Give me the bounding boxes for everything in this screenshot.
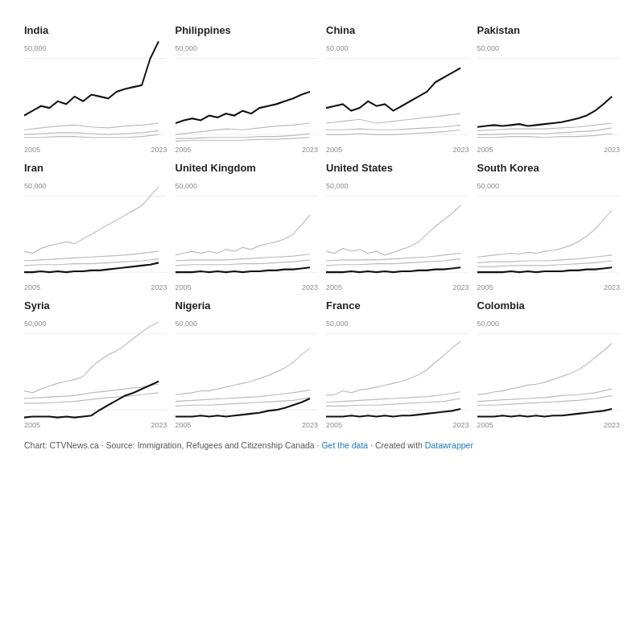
line-gray2-india — [24, 130, 159, 134]
chart-title-united-kingdom: United Kingdom — [175, 162, 319, 174]
x-axis-syria: 20052023 — [24, 421, 167, 429]
footer-middle: · Created with — [368, 440, 425, 450]
line-gray1-iran — [24, 187, 159, 254]
line-gray3-syria — [24, 393, 159, 403]
line-gray3-china — [326, 130, 460, 134]
chart-france: France50,00020052023 — [326, 299, 469, 429]
x-end-india: 2023 — [151, 146, 167, 154]
chart-united-kingdom: United Kingdom50,00020052023 — [175, 162, 319, 291]
x-axis-south-korea: 20052023 — [477, 283, 621, 291]
x-axis-china: 20052023 — [326, 146, 469, 154]
line-gray1-india — [24, 123, 159, 130]
chart-syria: Syria50,00020052023 — [24, 299, 167, 429]
x-end-china: 2023 — [452, 146, 469, 154]
x-axis-philippines: 20052023 — [175, 146, 319, 154]
x-start-united-states: 2005 — [326, 283, 342, 291]
x-end-pakistan: 2023 — [604, 146, 620, 154]
x-axis-iran: 20052023 — [24, 283, 167, 291]
chart-colombia: Colombia50,00020052023 — [477, 299, 621, 429]
line-highlight-philippines — [175, 92, 310, 123]
chart-title-iran: Iran — [24, 162, 167, 174]
chart-title-colombia: Colombia — [477, 299, 621, 312]
chart-area-india — [24, 39, 167, 144]
x-end-philippines: 2023 — [302, 146, 318, 154]
line-gray1-china — [326, 114, 460, 123]
line-gray2-iran — [24, 251, 159, 261]
line-gray1-colombia — [477, 343, 612, 394]
line-gray1-philippines — [175, 123, 310, 134]
x-axis-pakistan: 20052023 — [477, 146, 621, 154]
x-end-south-korea: 2023 — [604, 283, 620, 291]
chart-area-south-korea — [477, 177, 621, 282]
x-start-india: 2005 — [24, 146, 40, 154]
chart-area-philippines — [175, 39, 319, 144]
x-start-syria: 2005 — [24, 421, 40, 429]
x-start-colombia: 2005 — [477, 421, 493, 429]
line-gray2-colombia — [477, 389, 612, 401]
x-axis-france: 20052023 — [326, 421, 469, 429]
get-data-link[interactable]: Get the data — [321, 440, 368, 450]
x-axis-india: 20052023 — [24, 146, 167, 154]
line-highlight-india — [24, 41, 159, 115]
chart-philippines: Philippines50,00020052023 — [175, 24, 319, 154]
chart-area-china — [326, 39, 469, 144]
x-end-united-states: 2023 — [452, 283, 469, 291]
line-gray3-india — [24, 134, 159, 138]
line-highlight-united-kingdom — [175, 267, 310, 272]
chart-title-france: France — [326, 299, 469, 312]
line-gray3-france — [326, 398, 460, 406]
x-start-france: 2005 — [326, 421, 342, 429]
x-start-philippines: 2005 — [175, 146, 192, 154]
x-axis-nigeria: 20052023 — [175, 421, 319, 429]
chart-iran: Iran50,00020052023 — [24, 162, 167, 291]
chart-title-india: India — [24, 24, 167, 36]
chart-area-nigeria — [175, 315, 319, 419]
line-gray3-nigeria — [175, 398, 310, 407]
chart-title-united-states: United States — [326, 162, 469, 174]
line-gray1-united-kingdom — [175, 215, 310, 255]
line-gray2-united-states — [326, 254, 460, 261]
chart-nigeria: Nigeria50,00020052023 — [175, 299, 319, 429]
chart-title-pakistan: Pakistan — [477, 24, 621, 36]
chart-china: China50,00020052023 — [326, 24, 469, 154]
footer-prefix: Chart: CTVNews.ca · Source: Immigration,… — [24, 440, 321, 450]
x-axis-united-states: 20052023 — [326, 283, 469, 291]
chart-india: India50,00020052023 — [24, 24, 167, 154]
x-end-syria: 2023 — [151, 421, 167, 429]
line-gray2-china — [326, 125, 460, 130]
chart-pakistan: Pakistan50,00020052023 — [477, 24, 621, 154]
line-gray3-united-kingdom — [175, 260, 310, 266]
line-gray1-united-states — [326, 205, 460, 254]
chart-grid: India50,00020052023Philippines50,0002005… — [24, 24, 620, 429]
chart-area-united-kingdom — [175, 177, 319, 282]
chart-area-pakistan — [477, 39, 621, 144]
page-container: India50,00020052023Philippines50,0002005… — [0, 0, 644, 466]
line-gray1-syria — [24, 322, 159, 392]
chart-area-colombia — [477, 315, 621, 419]
chart-title-philippines: Philippines — [175, 24, 319, 36]
chart-title-china: China — [326, 24, 469, 36]
x-axis-united-kingdom: 20052023 — [175, 283, 319, 291]
line-highlight-nigeria — [175, 398, 310, 416]
chart-south-korea: South Korea50,00020052023 — [477, 162, 621, 291]
line-gray2-france — [326, 392, 460, 402]
chart-area-iran — [24, 177, 167, 282]
x-start-china: 2005 — [326, 146, 342, 154]
line-gray2-united-kingdom — [175, 254, 310, 261]
line-gray2-south-korea — [477, 255, 612, 262]
chart-area-united-states — [326, 177, 469, 282]
footer: Chart: CTVNews.ca · Source: Immigration,… — [24, 440, 620, 450]
x-end-iran: 2023 — [151, 283, 167, 291]
x-start-south-korea: 2005 — [477, 283, 493, 291]
line-gray1-south-korea — [477, 210, 612, 257]
chart-united-states: United States50,00020052023 — [326, 162, 469, 291]
chart-area-syria — [24, 315, 167, 419]
x-end-nigeria: 2023 — [302, 421, 318, 429]
line-gray1-nigeria — [175, 348, 310, 394]
line-highlight-pakistan — [477, 97, 612, 127]
chart-area-france — [326, 315, 469, 419]
datawrapper-link[interactable]: Datawrapper — [425, 440, 473, 450]
x-end-colombia: 2023 — [604, 421, 620, 429]
x-end-united-kingdom: 2023 — [302, 283, 318, 291]
x-axis-colombia: 20052023 — [477, 421, 621, 429]
